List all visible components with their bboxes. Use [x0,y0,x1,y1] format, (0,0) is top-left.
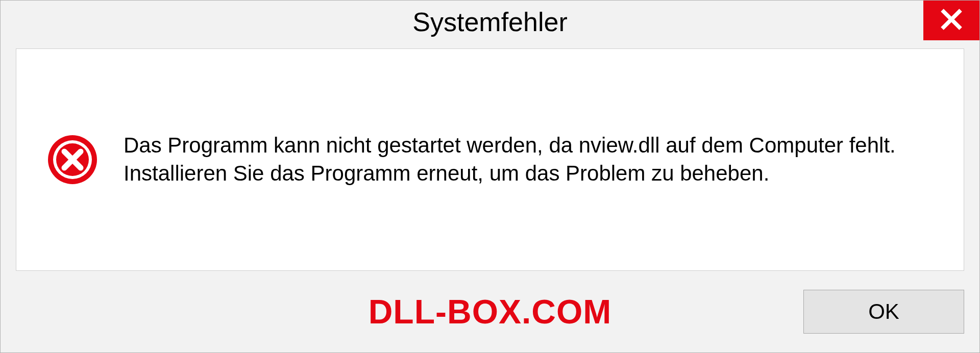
dialog-title: Systemfehler [412,7,567,37]
error-message: Das Programm kann nicht gestartet werden… [124,132,904,187]
titlebar: Systemfehler [1,1,979,43]
close-button[interactable] [923,1,979,40]
dialog-footer: DLL-BOX.COM OK [1,271,979,352]
error-dialog: Systemfehler Das Programm kann nicht ges… [0,0,980,353]
content-panel: Das Programm kann nicht gestartet werden… [16,48,964,271]
error-icon [47,134,98,185]
watermark-text: DLL-BOX.COM [369,292,612,331]
close-icon [940,8,963,33]
ok-button[interactable]: OK [803,290,964,334]
